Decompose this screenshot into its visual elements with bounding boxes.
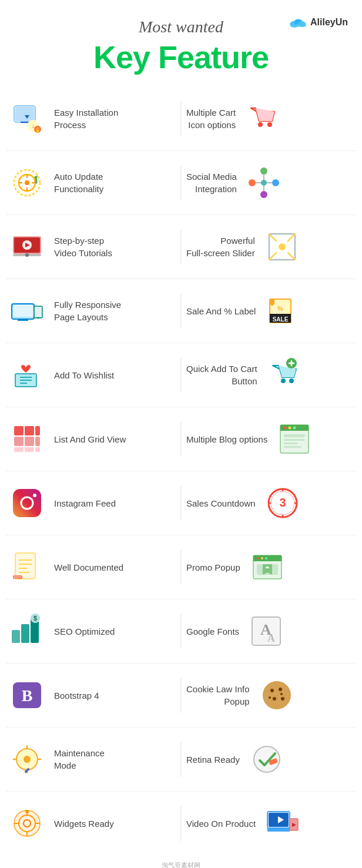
- feature-cell-left: Step-by-stepVideo Tutorials: [6, 226, 176, 268]
- maintenance-icon: [6, 738, 48, 780]
- divider: [180, 165, 182, 200]
- feature-label: Bootstrap 4: [54, 689, 99, 702]
- instagram-icon: [6, 482, 48, 524]
- feature-cell-left: Instagram Feed: [6, 482, 176, 524]
- feature-cell-right: Quick Add To CartButton: [186, 354, 356, 396]
- feature-row: Auto UpdateFunctionality Social MediaInt…: [6, 151, 356, 215]
- divider: [180, 229, 182, 264]
- feature-cell-left: Widgets Ready: [6, 802, 176, 844]
- svg-point-127: [280, 693, 283, 695]
- feature-label: Sales Countdown: [186, 497, 256, 510]
- blog-icon: [273, 418, 316, 460]
- features-list: ↓✋ Easy InstallationProcess Multiple Car…: [0, 87, 362, 855]
- feature-cell-right: Multiple Blog options: [186, 418, 356, 460]
- feature-row: Fully ResponsivePage Layouts SALE% Sale …: [6, 279, 356, 343]
- svg-text:SALE: SALE: [273, 316, 289, 323]
- feature-label: Cookie Law InfoPopup: [186, 683, 250, 708]
- svg-text:✋: ✋: [35, 126, 42, 133]
- svg-rect-68: [14, 426, 24, 435]
- svg-point-105: [257, 557, 259, 559]
- feature-label: Auto UpdateFunctionality: [54, 170, 103, 195]
- feature-row: Add To Wishlist Quick Add To CartButton: [6, 343, 356, 407]
- feature-cell-left: Add To Wishlist: [6, 354, 176, 396]
- feature-label: List And Grid View: [54, 433, 126, 445]
- cart-icon: [242, 98, 284, 140]
- feature-label: Add To Wishlist: [54, 369, 114, 381]
- quickcart-icon: [263, 354, 306, 396]
- svg-rect-47: [13, 305, 33, 317]
- feature-label: Google Fonts: [186, 625, 239, 638]
- svg-rect-69: [25, 426, 34, 435]
- feature-label: Video On Product: [186, 817, 256, 830]
- svg-point-15: [267, 122, 272, 127]
- feature-row: $ SEO Optimized AA Google Fonts: [6, 599, 356, 663]
- feature-cell-left: $ SEO Optimized: [6, 610, 176, 652]
- fonts-icon: AA: [245, 610, 287, 652]
- widgets-icon: [6, 802, 48, 844]
- feature-cell-right: PowerfulFull-screen Slider: [186, 226, 356, 268]
- feature-cell-right: Promo Popup: [186, 546, 356, 588]
- svg-rect-73: [35, 437, 40, 446]
- svg-rect-82: [284, 434, 305, 437]
- svg-point-64: [289, 378, 294, 383]
- divider: [180, 742, 182, 777]
- svg-point-51: [38, 317, 39, 319]
- social-icon: [243, 162, 285, 204]
- feature-label: Multiple CartIcon options: [186, 106, 236, 131]
- slider-icon: [261, 226, 303, 268]
- install-icon: ↓✋: [6, 98, 48, 140]
- svg-rect-85: [284, 446, 301, 448]
- divider: [180, 549, 182, 585]
- svg-point-125: [281, 697, 284, 701]
- feature-row: Widgets Ready ▶ Video On Product: [6, 792, 356, 855]
- brand-icon: [288, 16, 307, 28]
- svg-rect-84: [284, 443, 298, 444]
- divider: [180, 357, 182, 393]
- seo-icon: $: [6, 610, 48, 652]
- bootstrap-icon: B: [6, 674, 48, 716]
- feature-label: Multiple Blog options: [186, 433, 267, 445]
- feature-label: Retina Ready: [186, 753, 240, 766]
- divider: [180, 293, 182, 329]
- svg-text:EDIT: EDIT: [14, 575, 22, 579]
- svg-point-133: [24, 756, 31, 763]
- svg-point-14: [258, 122, 263, 127]
- sale-icon: SALE%: [262, 290, 304, 332]
- svg-point-124: [273, 697, 276, 701]
- svg-text:%: %: [278, 305, 284, 312]
- svg-rect-72: [25, 437, 34, 446]
- svg-point-121: [263, 681, 291, 709]
- responsive-icon: [6, 290, 48, 332]
- cookie-icon: [256, 674, 298, 716]
- feature-label: Quick Add To CartButton: [186, 363, 257, 387]
- feature-label: Sale And % Label: [186, 305, 256, 317]
- svg-point-122: [270, 689, 274, 692]
- promo-icon: [246, 546, 289, 588]
- svg-rect-50: [35, 307, 42, 317]
- watermark: 淘气哥素材网 tqge.com: [0, 855, 362, 868]
- divider: [180, 806, 182, 841]
- videoproduct-icon: ▶: [262, 802, 304, 844]
- svg-rect-111: [12, 630, 20, 643]
- feature-label: MaintenanceMode: [54, 747, 105, 772]
- svg-rect-148: [267, 828, 290, 832]
- svg-point-45: [279, 243, 286, 250]
- svg-point-25: [261, 180, 267, 186]
- feature-cell-left: B Bootstrap 4: [6, 674, 176, 716]
- brand-logo: AlileyUn: [288, 16, 348, 28]
- feature-cell-right: AA Google Fonts: [186, 610, 356, 652]
- divider: [180, 678, 182, 713]
- svg-rect-75: [25, 447, 34, 452]
- svg-point-80: [289, 427, 291, 430]
- divider: [180, 421, 182, 457]
- divider: [180, 614, 182, 649]
- svg-point-19: [25, 180, 29, 185]
- feature-label: SEO Optimized: [54, 625, 115, 638]
- feature-cell-left: Auto UpdateFunctionality: [6, 162, 176, 204]
- video-icon: [6, 226, 48, 268]
- svg-point-26: [249, 179, 256, 186]
- svg-rect-71: [14, 437, 24, 446]
- feature-cell-left: Fully ResponsivePage Layouts: [6, 290, 176, 332]
- feature-cell-right: Cookie Law InfoPopup: [186, 674, 356, 716]
- svg-point-106: [261, 557, 263, 559]
